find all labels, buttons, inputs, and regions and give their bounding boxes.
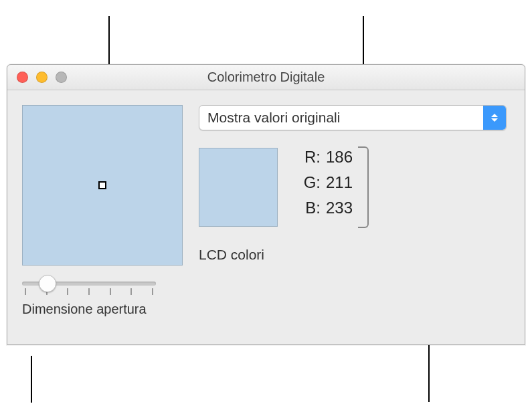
green-label: G:	[300, 173, 321, 192]
slider-knob[interactable]	[39, 275, 56, 292]
aperture-preview	[22, 105, 183, 266]
green-value: 211	[326, 173, 353, 192]
traffic-lights	[7, 72, 67, 83]
red-label: R:	[300, 148, 321, 167]
left-column: Dimensione apertura	[22, 105, 183, 317]
aperture-size-slider[interactable]	[22, 279, 156, 298]
window-content: Dimensione apertura Mostra valori origin…	[7, 90, 525, 324]
aperture-size-label: Dimensione apertura	[22, 302, 156, 317]
blue-value: 233	[326, 199, 353, 217]
titlebar: Colorimetro Digitale	[7, 65, 525, 90]
bracket-decoration	[358, 146, 369, 228]
color-readout: R: 186 G: 211 B: 233	[199, 148, 510, 227]
minimize-window-button[interactable]	[36, 72, 48, 83]
color-space-dropdown[interactable]: Mostra valori originali	[199, 105, 507, 130]
blue-label: B:	[300, 199, 321, 217]
aperture-crosshair	[98, 181, 106, 189]
window-title: Colorimetro Digitale	[7, 70, 525, 85]
display-name-label: LCD colori	[199, 247, 510, 263]
zoom-window-button[interactable]	[56, 72, 67, 83]
chevron-updown-icon	[483, 106, 506, 130]
dropdown-selected-label: Mostra valori originali	[207, 110, 340, 126]
right-column: Mostra valori originali R: 186 G: 211 B:	[199, 105, 510, 317]
aperture-size-control: Dimensione apertura	[22, 279, 156, 317]
color-swatch	[199, 148, 278, 227]
close-window-button[interactable]	[17, 72, 28, 83]
app-window: Colorimetro Digitale Dimensione apertura…	[7, 64, 525, 345]
red-value: 186	[326, 148, 353, 167]
callout-line	[31, 356, 32, 403]
rgb-values: R: 186 G: 211 B: 233	[300, 148, 353, 217]
